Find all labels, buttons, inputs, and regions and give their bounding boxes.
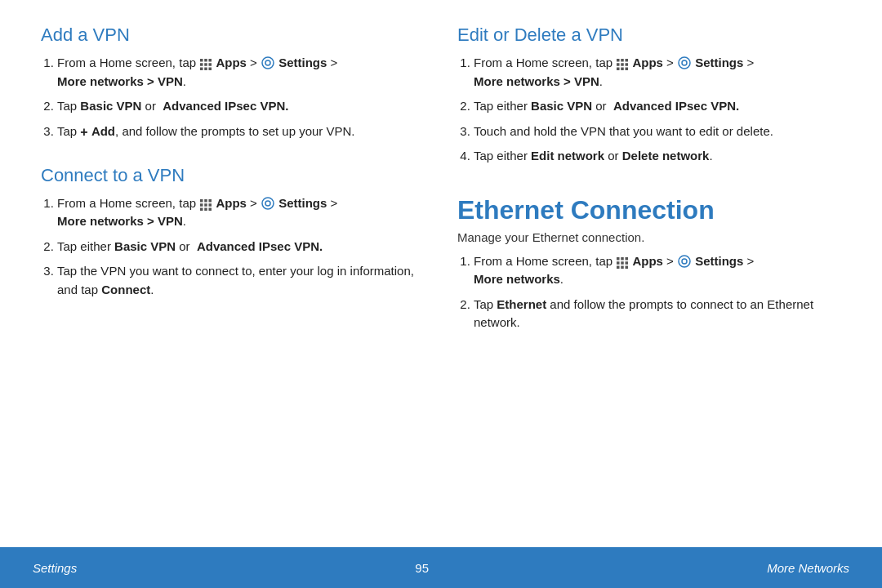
settings-label-3: Settings <box>695 56 743 69</box>
apps-icon-2 <box>200 198 212 209</box>
basic-vpn-1: Basic VPN <box>80 99 141 113</box>
svg-rect-1 <box>204 59 207 62</box>
svg-rect-18 <box>204 207 207 211</box>
basic-vpn-3: Basic VPN <box>531 99 592 113</box>
svg-rect-17 <box>200 207 203 211</box>
advanced-ipsec-2: Advanced IPsec VPN. <box>197 239 323 253</box>
plus-icon: + <box>80 122 87 142</box>
more-networks-vpn-1: More networks > VPN <box>57 74 183 88</box>
add-vpn-section: Add a VPN From a Home screen, tap <box>41 24 425 142</box>
connect-vpn-title: Connect to a VPN <box>41 165 425 186</box>
settings-icon-4 <box>678 255 691 268</box>
svg-rect-8 <box>209 68 212 71</box>
svg-rect-11 <box>200 199 203 203</box>
add-label: Add <box>91 124 115 138</box>
svg-point-42 <box>679 256 690 267</box>
svg-rect-3 <box>200 63 203 66</box>
add-vpn-title: Add a VPN <box>41 24 425 46</box>
settings-label-4: Settings <box>695 254 743 268</box>
svg-point-20 <box>262 198 274 209</box>
svg-rect-29 <box>621 68 624 71</box>
svg-rect-36 <box>617 261 620 265</box>
edit-vpn-steps: From a Home screen, tap <box>457 54 841 166</box>
apps-icon-3 <box>617 57 628 69</box>
basic-vpn-2: Basic VPN <box>114 239 176 253</box>
svg-point-21 <box>265 201 270 206</box>
footer-right: More Networks <box>767 561 849 575</box>
svg-rect-27 <box>626 63 629 66</box>
connect-vpn-section: Connect to a VPN From a Home screen, tap <box>41 165 425 300</box>
svg-point-31 <box>679 57 690 69</box>
ethernet-title: Ethernet Connection <box>457 195 841 225</box>
svg-rect-12 <box>204 199 207 203</box>
svg-rect-14 <box>200 203 203 207</box>
apps-label-4: Apps <box>632 254 663 268</box>
svg-rect-37 <box>621 261 624 265</box>
connect-vpn-step-3: Tap the VPN you want to connect to, ente… <box>57 262 425 299</box>
add-vpn-steps: From a Home screen, tap <box>41 54 425 142</box>
more-networks-vpn-2: More networks > VPN <box>57 214 183 228</box>
svg-rect-35 <box>626 257 629 261</box>
ethernet-section: Ethernet Connection Manage your Ethernet… <box>457 195 841 332</box>
left-column: Add a VPN From a Home screen, tap <box>41 24 425 474</box>
connect-vpn-step-1: From a Home screen, tap <box>57 194 425 231</box>
svg-rect-22 <box>617 59 620 62</box>
more-networks-label: More networks <box>474 272 560 286</box>
svg-rect-30 <box>626 68 629 71</box>
page-content: Add a VPN From a Home screen, tap <box>0 0 882 531</box>
svg-rect-39 <box>617 265 620 269</box>
edit-vpn-section: Edit or Delete a VPN From a Home screen,… <box>457 24 841 166</box>
svg-rect-28 <box>617 68 620 71</box>
apps-icon <box>200 57 212 69</box>
footer: Settings 95 More Networks <box>0 547 882 588</box>
right-column: Edit or Delete a VPN From a Home screen,… <box>457 24 841 474</box>
edit-network-label: Edit network <box>531 149 604 163</box>
svg-rect-4 <box>204 63 207 66</box>
svg-rect-40 <box>621 265 624 269</box>
edit-vpn-step-3: Touch and hold the VPN that you want to … <box>474 122 841 141</box>
advanced-ipsec-3: Advanced IPsec VPN. <box>613 99 739 113</box>
svg-point-32 <box>682 60 687 65</box>
ethernet-manage-text: Manage your Ethernet connection. <box>457 230 841 244</box>
svg-rect-15 <box>204 203 207 207</box>
svg-point-43 <box>682 259 687 264</box>
svg-rect-23 <box>621 59 624 62</box>
edit-vpn-step-2: Tap either Basic VPN or Advanced IPsec V… <box>474 97 841 116</box>
add-vpn-step-2: Tap Basic VPN or Advanced IPsec VPN. <box>57 97 425 116</box>
connect-vpn-step-2: Tap either Basic VPN or Advanced IPsec V… <box>57 238 425 256</box>
svg-rect-26 <box>621 63 624 66</box>
add-vpn-step-1: From a Home screen, tap <box>57 54 425 91</box>
svg-rect-5 <box>209 63 212 66</box>
apps-label: Apps <box>216 56 247 69</box>
more-networks-vpn-3: More networks > VPN <box>474 74 599 88</box>
ethernet-step-1: From a Home screen, tap <box>474 252 841 289</box>
delete-network-label: Delete network <box>622 149 710 163</box>
svg-rect-25 <box>617 63 620 66</box>
edit-vpn-step-1: From a Home screen, tap <box>474 54 841 91</box>
svg-rect-41 <box>626 265 629 269</box>
ethernet-steps: From a Home screen, tap <box>457 252 841 332</box>
svg-rect-13 <box>209 199 212 203</box>
edit-vpn-step-4: Tap either Edit network or Delete networ… <box>474 147 841 166</box>
settings-label-2: Settings <box>278 196 327 210</box>
settings-label-1: Settings <box>278 56 327 69</box>
svg-point-9 <box>262 57 274 69</box>
footer-left: Settings <box>33 561 77 575</box>
connect-label: Connect <box>101 283 150 296</box>
svg-rect-24 <box>626 59 629 62</box>
svg-rect-33 <box>617 257 620 261</box>
settings-icon-3 <box>678 56 691 69</box>
svg-rect-0 <box>200 59 203 62</box>
svg-rect-34 <box>621 257 624 261</box>
svg-rect-2 <box>209 59 212 62</box>
svg-rect-6 <box>200 68 203 71</box>
svg-rect-19 <box>209 207 212 211</box>
ethernet-step-2: Tap Ethernet and follow the prompts to c… <box>474 296 841 332</box>
svg-point-10 <box>265 60 270 65</box>
apps-label-3: Apps <box>632 56 663 69</box>
svg-rect-16 <box>209 203 212 207</box>
advanced-ipsec-1: Advanced IPsec VPN. <box>163 99 288 113</box>
settings-icon <box>261 56 274 69</box>
svg-rect-7 <box>204 68 207 71</box>
svg-rect-38 <box>626 261 629 265</box>
